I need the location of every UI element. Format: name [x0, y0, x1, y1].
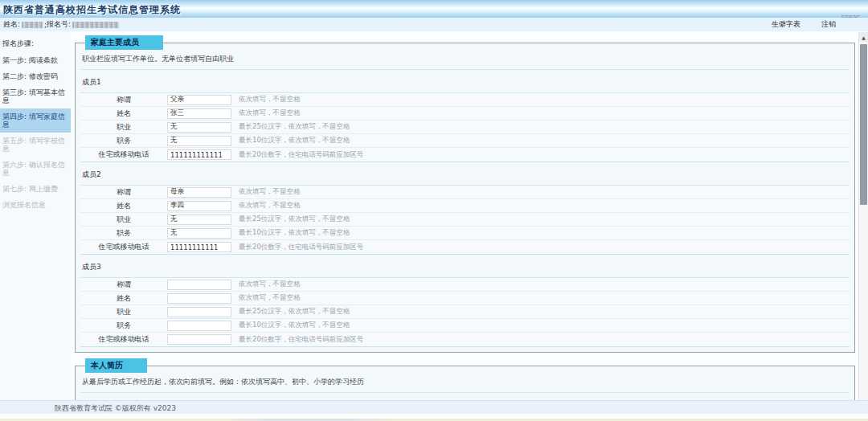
sidebar-item-step5: 第五步: 填写学校信息: [0, 133, 71, 157]
footer: 陕西省教育考试院 ©版权所有 v2023: [0, 400, 868, 414]
phone-hint: 最长20位数字，住宅电话号码前应加区号: [239, 150, 363, 160]
occupation-label: 职业: [80, 307, 167, 317]
family-members-legend: 家庭主要成员: [85, 35, 163, 50]
member3-position-input[interactable]: [167, 321, 231, 331]
occupation-label: 职业: [80, 122, 167, 133]
redacted-regno: [72, 22, 119, 28]
occupation-hint: 最长25位汉字，依次填写，不留空格: [239, 122, 350, 132]
personal-resume-section: 本人简历 从最后学历或工作经历起，依次向前填写。例如：依次填写高中、初中、小学的…: [75, 358, 855, 400]
relation-label: 称谓: [80, 187, 167, 198]
app-title: 陕西省普通高校招生考试信息管理系统: [3, 3, 181, 17]
relation-label: 称谓: [80, 95, 167, 105]
userbar-links: 生僻字表 注销: [772, 19, 836, 30]
position-label: 职务: [80, 228, 167, 239]
member1-table: 称谓 依次填写，不留空格 姓名 依次填写，不留空格 职业 最长25位汉字，依次填…: [80, 92, 850, 162]
member1-occupation-input[interactable]: [167, 122, 231, 133]
member3-title: 成员3: [80, 255, 850, 277]
position-hint: 最长10位汉字，依次填写，不留空格: [239, 228, 350, 238]
member2-relation-input[interactable]: [167, 187, 231, 198]
relation-hint: 依次填写，不留空格: [239, 187, 301, 197]
rare-char-table-link[interactable]: 生僻字表: [772, 19, 800, 30]
logout-link[interactable]: 注销: [821, 19, 836, 30]
table-row: 职务 最长10位汉字，依次填写，不留空格: [80, 319, 850, 333]
relation-hint: 依次填写，不留空格: [239, 95, 301, 104]
sidebar-item-step3[interactable]: 第三步: 填写基本信息: [0, 84, 71, 108]
user-name-label: 姓名:: [3, 19, 20, 30]
member3-table: 称谓 依次填写，不留空格 姓名 依次填写，不留空格 职业 最长25位汉字，依次填…: [80, 277, 850, 347]
member3-name-input[interactable]: [167, 293, 231, 304]
sidebar-item-step1[interactable]: 第一步: 阅读条款: [0, 52, 71, 68]
member1-title: 成员1: [80, 70, 850, 92]
table-row: 住宅或移动电话 最长20位数字，住宅电话号码前应加区号: [80, 333, 850, 346]
member2-phone-input[interactable]: [167, 242, 231, 252]
position-label: 职务: [80, 321, 167, 331]
copyright-text: 陕西省教育考试院 ©版权所有 v2023: [55, 404, 176, 412]
table-row: 姓名 依次填写，不留空格: [80, 107, 850, 121]
phone-hint: 最长20位数字，住宅电话号码前应加区号: [239, 335, 363, 345]
regno-label: 报名号:: [47, 19, 71, 30]
member1-phone-input[interactable]: [167, 149, 231, 160]
main-form-area: 家庭主要成员 职业栏应填写工作单位。无单位者填写自由职业 成员1 称谓 依次填写…: [71, 32, 858, 400]
user-info-bar: 姓名: ; 报名号: 生僻字表 注销: [0, 18, 868, 32]
member2-occupation-input[interactable]: [167, 215, 231, 225]
table-row: 职业 最长25位汉字，依次填写，不留空格: [80, 305, 850, 319]
phone-label: 住宅或移动电话: [80, 334, 167, 345]
scrollbar-up-arrow-icon[interactable]: ▲: [859, 32, 868, 42]
member2-position-input[interactable]: [167, 228, 231, 239]
table-row: 职业 最长25位汉字，依次填写，不留空格: [80, 213, 850, 227]
table-row: 称谓 依次填写，不留空格: [80, 186, 850, 199]
resume-section-note: 从最后学历或工作经历起，依次向前填写。例如：依次填写高中、初中、小学的学习经历: [80, 374, 850, 393]
name-hint: 依次填写，不留空格: [239, 201, 301, 210]
personal-resume-legend: 本人简历: [85, 358, 147, 373]
resume1-title-row: 简历1 无: [80, 393, 850, 400]
table-row: 姓名 依次填写，不留空格: [80, 292, 850, 305]
occupation-label: 职业: [80, 215, 167, 225]
steps-sidebar: 报名步骤: 第一步: 阅读条款 第二步: 修改密码 第三步: 填写基本信息 第四…: [0, 32, 71, 400]
name-label: 姓名: [80, 108, 167, 119]
table-row: 职务 最长10位汉字，依次填写，不留空格: [80, 134, 850, 148]
scrollbar-thumb[interactable]: [860, 44, 867, 205]
sidebar-item-step6: 第六步: 确认报名信息: [0, 157, 71, 181]
member1-position-input[interactable]: [167, 136, 231, 146]
member2-title: 成员2: [80, 162, 850, 185]
sidebar-item-browse: 浏览报名信息: [0, 197, 71, 213]
member3-occupation-input[interactable]: [167, 307, 231, 317]
family-members-section: 家庭主要成员 职业栏应填写工作单位。无单位者填写自由职业 成员1 称谓 依次填写…: [75, 35, 855, 353]
occupation-hint: 最长25位汉字，依次填写，不留空格: [239, 307, 350, 317]
member2-name-input[interactable]: [167, 201, 231, 211]
table-row: 住宅或移动电话 最长20位数字，住宅电话号码前应加区号: [80, 148, 850, 161]
relation-label: 称谓: [80, 280, 167, 290]
member1-relation-input[interactable]: [167, 95, 231, 105]
app-header: 陕西省普通高校招生考试信息管理系统 sneac: [0, 0, 868, 18]
table-row: 姓名 依次填写，不留空格: [80, 199, 850, 213]
member3-relation-input[interactable]: [167, 280, 231, 290]
member1-name-input[interactable]: [167, 108, 231, 119]
relation-hint: 依次填写，不留空格: [239, 280, 301, 289]
phone-label: 住宅或移动电话: [80, 242, 167, 252]
sidebar-item-step4-active[interactable]: 第四步: 填写家庭信息: [0, 108, 71, 133]
position-label: 职务: [80, 136, 167, 146]
phone-hint: 最长20位数字，住宅电话号码前应加区号: [239, 243, 363, 252]
redacted-user-name: [22, 22, 43, 28]
name-hint: 依次填写，不留空格: [239, 108, 301, 118]
bottom-edge-strip: [0, 414, 868, 421]
family-section-note: 职业栏应填写工作单位。无单位者填写自由职业: [80, 51, 850, 70]
table-row: 职业 最长25位汉字，依次填写，不留空格: [80, 121, 850, 134]
sidebar-item-step2[interactable]: 第二步: 修改密码: [0, 68, 71, 84]
member3-phone-input[interactable]: [167, 334, 231, 345]
position-hint: 最长10位汉字，依次填写，不留空格: [239, 321, 350, 330]
table-row: 称谓 依次填写，不留空格: [80, 93, 850, 107]
table-row: 职务 最长10位汉字，依次填写，不留空格: [80, 227, 850, 240]
position-hint: 最长10位汉字，依次填写，不留空格: [239, 136, 350, 145]
sidebar-item-step7: 第七步: 网上缴费: [0, 181, 71, 197]
occupation-hint: 最长25位汉字，依次填写，不留空格: [239, 215, 350, 224]
name-label: 姓名: [80, 201, 167, 211]
name-hint: 依次填写，不留空格: [239, 293, 301, 303]
scrollbar[interactable]: ▲: [858, 32, 868, 400]
member2-table: 称谓 依次填写，不留空格 姓名 依次填写，不留空格 职业 最长25位汉字，依次填…: [80, 185, 850, 255]
sidebar-title: 报名步骤:: [0, 37, 71, 52]
content-area: 报名步骤: 第一步: 阅读条款 第二步: 修改密码 第三步: 填写基本信息 第四…: [0, 32, 868, 400]
table-row: 住宅或移动电话 最长20位数字，住宅电话号码前应加区号: [80, 240, 850, 254]
name-label: 姓名: [80, 293, 167, 304]
table-row: 称谓 依次填写，不留空格: [80, 278, 850, 292]
